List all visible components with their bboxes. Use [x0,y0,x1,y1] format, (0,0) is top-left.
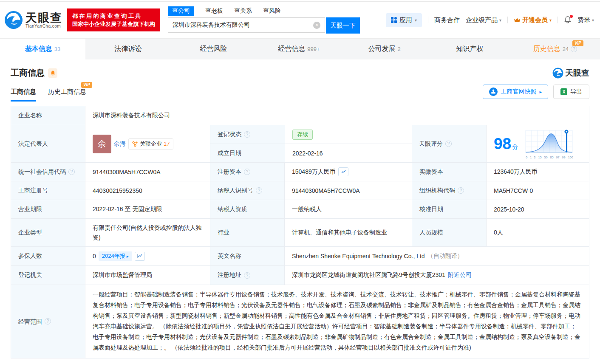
subtab-business-info[interactable]: 工商信息 [11,88,36,102]
help-icon[interactable]: ? [45,318,51,324]
relation-graph-icon [132,141,138,147]
search-tab-relation[interactable]: 查关系 [234,6,252,16]
related-companies-chip[interactable]: 关联企业 17 [128,138,173,150]
subscribe-bell-chip[interactable] [48,68,57,78]
field-label-group: 经营范围 ? [11,285,85,358]
field-label-group: 登记状态 ? [210,125,285,144]
tab-intellectual-property[interactable]: 知识产权 [427,39,512,59]
tab-operating-info[interactable]: 经营信息 999+ [256,39,342,59]
subtab-history-business-info[interactable]: 历史工商信息 VIP [48,88,86,102]
export-label: 导出 [570,88,582,96]
paid-capital-value: 123640万人民币 [486,163,589,181]
field-label: 组织机构代码 [419,187,455,195]
help-icon[interactable]: ? [244,169,250,175]
nearby-companies-link[interactable]: 附近公司 [448,271,472,279]
help-icon[interactable]: ? [68,169,75,175]
logo-text-en: TianYanCha.com [25,24,62,28]
field-label: 成立日期 [210,144,285,162]
related-companies-label: 关联企业 [140,140,162,148]
subsection-toolbar: 工商信息 历史工商信息 VIP 工商官网快照 ▸ X 导出 [11,85,589,102]
help-icon[interactable]: ? [571,46,577,52]
apps-menu[interactable]: 应用 ▾ [386,13,422,27]
chevron-down-icon: ▾ [549,18,552,23]
section-header: 工商信息 天眼查 [11,67,589,79]
status-badge: 存续 [292,130,313,140]
tianyancha-logo-icon [552,68,563,79]
notifications-bell[interactable] [564,16,572,25]
stamp-icon [489,87,498,96]
tab-basic-info[interactable]: 基本信息 33 [0,39,85,59]
business-scope-value: 一般经营项目：智能基础制造装备销售；半导体器件专用设备销售；技术服务、技术开发、… [85,285,589,358]
company-tabs: 基本信息 33 法律诉讼 经营风险 经营信息 999+ 公司发展 2 知识产权 … [0,38,600,59]
legal-rep-link[interactable]: 余海 [114,140,126,148]
reg-capital-cell: 150489万人民币 [284,163,412,181]
official-snapshot-button[interactable]: 工商官网快照 ▸ [483,85,548,99]
apps-label: 应用 [399,16,412,24]
field-label-group: 纳税人识别号 ? [210,181,284,200]
field-label: 实缴资本 [412,163,486,181]
tab-label: 经营信息 [278,45,305,54]
tab-operating-risk[interactable]: 经营风险 [171,39,256,59]
nav-business-cooperation[interactable]: 商务合作 [434,16,460,24]
nav-vip-label: 开通会员 [522,16,548,24]
nav-enterprise-products[interactable]: 企业级产品 ▾ [466,16,501,24]
help-icon[interactable]: ? [445,141,452,147]
tab-label: 基本信息 [25,45,52,54]
score-distribution-chart: 01 315 5085 9799 100 [524,128,574,159]
notification-dot [570,15,573,18]
score-chart-axis: 01 315 5085 9799 100 [526,155,573,159]
search-tab-company[interactable]: 查公司 [168,6,194,16]
snapshot-label: 工商官网快照 [501,88,536,96]
legal-rep-cell: 余 余海 关联企业 17 [85,125,210,162]
company-name-value: 深圳市深科装备技术有限公司 [85,106,589,125]
search-area: 查公司 查老板 查关系 查风险 深圳市深科装备技术有限公司 × 天眼一下 [168,6,360,34]
trend-chart-icon[interactable] [338,167,348,176]
field-label: 营业期限 [11,200,85,218]
table-subrow: 成立日期 2022-02-16 [210,144,412,162]
header-nav: 应用 ▾ 商务合作 企业级产品 ▾ 开通会员 ▾ 费米 ▾ [386,13,594,27]
establish-date-value: 2022-02-16 [285,144,412,162]
reg-address-cell: 深圳市龙岗区龙城街道黄阁坑社区腾飞路9号创投大厦2301 附近公司 [284,266,589,285]
reg-authority-value: 深圳市市场监督管理局 [85,266,210,285]
tianyancha-logo[interactable]: 天眼查 TianYanCha.com [4,11,63,29]
excel-icon: X [560,88,567,95]
field-label-group: 注册地址 ? [210,266,284,285]
tab-company-development[interactable]: 公司发展 2 [342,39,427,59]
annual-report-pill[interactable]: 2024年报 ▸ [99,251,132,261]
tab-history-info[interactable]: VIP 历史信息 24 ? [512,39,598,59]
field-label-group: 天眼评分 ? [412,125,486,162]
field-label: 核准日期 [412,200,486,218]
search-input[interactable]: 深圳市深科装备技术有限公司 × [168,17,325,33]
taxpayer-id-value: 91440300MA5H7CCW0A [284,181,412,200]
insured-cell: 0 2024年报 ▸ [85,247,210,265]
help-icon[interactable]: ? [256,187,262,194]
avatar[interactable]: 余 [93,135,111,153]
field-label-group: 注册资本 ? [210,163,284,181]
tab-legal-proceedings[interactable]: 法律诉讼 [85,39,171,59]
help-icon[interactable]: ? [458,187,464,194]
nav-open-vip[interactable]: 开通会员 ▾ [514,16,552,24]
nav-enterprise-label: 企业级产品 [466,16,498,24]
chevron-down-icon: ▾ [592,18,594,23]
apps-grid-icon [391,17,397,23]
watermark-text: 天眼查 [565,68,589,79]
arrow-right-icon: ▸ [127,254,129,259]
search-tab-boss[interactable]: 查老板 [205,6,223,16]
help-icon[interactable]: ? [244,131,250,138]
tab-label: 公司发展 [368,45,395,54]
help-icon[interactable]: ? [244,272,250,279]
field-label: 天眼评分 [419,140,443,148]
search-tab-risk[interactable]: 查风险 [263,6,281,16]
export-button[interactable]: X 导出 [553,85,589,99]
field-label: 纳税人识别号 [218,187,253,195]
subtab-label: 历史工商信息 [48,88,86,95]
table-row: 企业名称 深圳市深科装备技术有限公司 [11,106,589,125]
user-menu[interactable]: 费米 ▾ [577,16,594,24]
watermark-logo: 天眼查 [552,68,589,79]
search-button[interactable]: 天眼一下 [326,17,360,34]
trend-chart-icon[interactable] [135,252,145,261]
clear-search-icon[interactable]: × [313,22,320,29]
username: 费米 [577,16,590,24]
field-label-group: 统一社会信用代码 ? [11,163,85,181]
tab-label: 知识产权 [456,45,484,54]
